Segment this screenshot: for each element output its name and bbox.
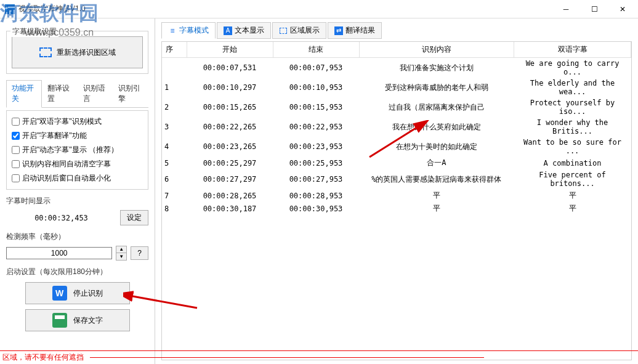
footer-text: 区域，请不要有任何遮挡 [2,352,84,363]
freq-up-button[interactable]: ▲ [116,246,126,253]
subtitle-table: 序 开始 结束 识别内容 双语字幕 00:00:07,53100:00:07,9… [162,42,631,215]
w-icon: W [52,286,67,301]
sidebar: 字幕提取设置 重新选择识图区域 功能开关 翻译设置 识别语言 识别引擎 开启"双… [0,18,155,364]
tab-function-switch[interactable]: 功能开关 [6,80,42,108]
table-row[interactable]: 800:00:30,18700:00:30,953平平 [162,202,631,215]
stop-label: 停止识别 [73,288,103,299]
checkbox-dynamic[interactable] [12,146,20,154]
tab-recog-engine[interactable]: 识别引擎 [113,80,148,107]
dashed-rect-icon [39,47,52,57]
region-icon [279,26,288,35]
stop-recognition-button[interactable]: W 停止识别 [25,282,130,304]
table-row[interactable]: 200:00:15,26500:00:15,953过自我（居家隔离来保护自己Pr… [162,97,631,117]
save-text-button[interactable]: 保存文字 [25,309,130,331]
freq-down-button[interactable]: ▼ [116,253,126,260]
maximize-button[interactable]: ☐ [580,0,608,18]
table-row[interactable]: 300:00:22,26500:00:22,953我在想为什么英府如此确定I w… [162,117,631,137]
table-row[interactable]: 600:00:27,29700:00:27,953%的英国人需要感染新冠病毒来获… [162,169,631,189]
checkbox-minimize[interactable] [12,174,20,182]
set-time-button[interactable]: 设定 [120,210,148,225]
table-row[interactable]: 100:00:10,29700:00:10,953受到这种病毒威胁的老年人和弱T… [162,78,631,97]
check-bilingual-mode[interactable]: 开启"双语字幕"识别模式 [12,115,143,129]
tab-translate-settings[interactable]: 翻译设置 [42,80,78,107]
col-seq[interactable]: 序 [162,42,187,58]
frequency-input[interactable] [6,247,112,259]
time-display-label: 字幕时间显示 [6,196,148,206]
list-icon: ≡ [168,26,177,35]
extract-settings-group: 字幕提取设置 重新选择识图区域 [6,31,148,74]
checkbox-bilingual[interactable] [12,118,20,126]
reselect-label: 重新选择识图区域 [57,47,116,58]
checkbox-translate[interactable] [12,132,20,140]
time-display-value: 00:00:32,453 [6,212,116,224]
extract-group-label: 字幕提取设置 [10,26,59,37]
tab-recog-lang[interactable]: 识别语言 [78,80,113,107]
save-icon [52,313,67,328]
minimize-button[interactable]: ─ [552,0,580,18]
app-icon [5,4,15,14]
close-button[interactable]: ✕ [608,0,637,18]
sidebar-tabs: 功能开关 翻译设置 识别语言 识别引擎 [6,80,148,108]
check-translate[interactable]: 开启"字幕翻译"功能 [12,129,143,143]
col-start[interactable]: 开始 [187,42,273,58]
tab-translate-result[interactable]: ⇄ 翻译结果 [328,22,382,39]
col-end[interactable]: 结束 [273,42,359,58]
translate-icon: ⇄ [334,26,343,35]
content-tabs: ≡ 字幕模式 A 文本显示 区域展示 ⇄ 翻译结果 [161,22,632,39]
table-row[interactable]: 00:00:07,53100:00:07,953我们准备实施这个计划We are… [162,58,631,78]
check-minimize[interactable]: 启动识别后窗口自动最小化 [12,171,143,185]
content-area: ≡ 字幕模式 A 文本显示 区域展示 ⇄ 翻译结果 序 开始 [155,18,638,364]
checkbox-panel: 开启"双语字幕"识别模式 开启"字幕翻译"功能 开启"动态字幕"显示 （推荐） … [6,110,148,190]
tab-region-display[interactable]: 区域展示 [272,22,326,39]
footer-warning: 区域，请不要有任何遮挡 [0,350,638,364]
freq-help-button[interactable]: ? [131,246,148,260]
titlebar: 视频取字幕神器V1.0 ─ ☐ ✕ [0,0,638,18]
window-title: 视频取字幕神器V1.0 [18,4,552,14]
tab-subtitle-mode[interactable]: ≡ 字幕模式 [161,22,216,39]
freq-label: 检测频率（毫秒） [6,232,148,242]
text-a-icon: A [224,26,232,35]
check-autoclear[interactable]: 识别内容相同自动清空字幕 [12,157,143,171]
check-dynamic[interactable]: 开启"动态字幕"显示 （推荐） [12,143,143,157]
subtitle-table-wrap[interactable]: 序 开始 结束 识别内容 双语字幕 00:00:07,53100:00:07,9… [161,41,632,360]
save-label: 保存文字 [73,315,103,326]
footer-line [90,357,484,358]
table-row[interactable]: 400:00:23,26500:00:23,953在想为十美时的如此确定Want… [162,137,631,156]
table-row[interactable]: 700:00:28,26500:00:28,953平平 [162,189,631,202]
col-content[interactable]: 识别内容 [359,42,514,58]
checkbox-autoclear[interactable] [12,160,20,168]
col-bilingual[interactable]: 双语字幕 [514,42,631,58]
tab-text-display[interactable]: A 文本显示 [217,22,271,39]
window-controls: ─ ☐ ✕ [552,0,637,18]
startup-label: 启动设置（每次限用180分钟） [6,267,148,277]
table-row[interactable]: 500:00:25,29700:00:25,953合一AA combinatio… [162,156,631,169]
reselect-region-button[interactable]: 重新选择识图区域 [12,36,143,68]
